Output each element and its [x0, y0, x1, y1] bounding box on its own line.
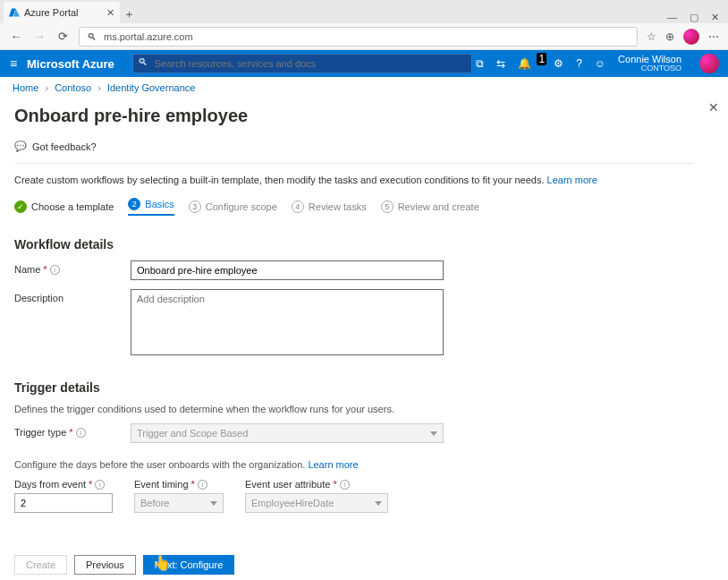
- new-tab-button[interactable]: ＋: [120, 5, 138, 23]
- cloud-shell-icon[interactable]: ⧉: [476, 57, 484, 70]
- page-body: ✕ Onboard pre-hire employee 💬 Got feedba…: [0, 98, 728, 516]
- chevron-down-icon: [430, 431, 437, 436]
- maximize-icon[interactable]: ▢: [690, 12, 698, 23]
- trigger-config-row: Days from event*i Event timing*i Before …: [14, 479, 714, 513]
- name-input[interactable]: [131, 260, 444, 280]
- refresh-icon[interactable]: ⟳: [55, 30, 70, 43]
- description-label: Description: [14, 289, 131, 303]
- more-icon[interactable]: ⋯: [708, 30, 719, 43]
- step-review-create[interactable]: 5Review and create: [381, 200, 479, 213]
- info-icon[interactable]: i: [50, 265, 60, 275]
- help-icon[interactable]: ?: [576, 57, 582, 70]
- top-icon-bar: ⧉ ⇆ 🔔1 ⚙ ? ☺ Connie Wilson CONTOSO: [476, 54, 728, 73]
- minimize-icon[interactable]: —: [667, 12, 677, 23]
- close-tab-icon[interactable]: ✕: [106, 7, 114, 19]
- breadcrumb: Home › Contoso › Identity Governance: [0, 77, 728, 98]
- azure-favicon: [9, 7, 20, 18]
- search-input[interactable]: [132, 54, 472, 73]
- user-avatar-icon[interactable]: [699, 54, 719, 73]
- menu-icon[interactable]: ≡: [0, 56, 27, 71]
- step-review-tasks[interactable]: 4Review tasks: [292, 200, 367, 213]
- wizard-steps: ✓Choose a template 2Basics 3Configure sc…: [14, 198, 714, 216]
- browser-address-bar: ← → ⟳ 🔍︎ ms.portal.azure.com ☆ ⊕ ⋯: [0, 23, 728, 50]
- info-icon[interactable]: i: [198, 480, 207, 490]
- step-basics[interactable]: 2Basics: [128, 198, 174, 216]
- trigger-type-label: Trigger type*i: [14, 423, 131, 438]
- create-button: Create: [14, 555, 67, 575]
- workflow-details-heading: Workflow details: [14, 237, 714, 252]
- close-blade-icon[interactable]: ✕: [708, 100, 719, 115]
- search-icon: 🔍︎: [138, 56, 148, 67]
- browser-tab-strip: Azure Portal ✕ ＋ — ▢ ✕: [0, 0, 728, 23]
- intro-text: Create custom workflows by selecting a b…: [14, 164, 714, 198]
- step-choose-template[interactable]: ✓Choose a template: [14, 200, 114, 213]
- close-window-icon[interactable]: ✕: [711, 12, 719, 23]
- step-configure-scope[interactable]: 3Configure scope: [189, 200, 277, 213]
- trigger-subtext: Defines the trigger conditions used to d…: [14, 404, 714, 414]
- crumb-identity-governance[interactable]: Identity Governance: [107, 82, 195, 93]
- profile-avatar-icon[interactable]: [683, 29, 699, 45]
- event-timing-label: Event timing*i: [134, 479, 224, 490]
- next-button[interactable]: Next: Configure: [143, 555, 234, 575]
- info-icon[interactable]: i: [95, 480, 105, 490]
- info-icon[interactable]: i: [76, 428, 86, 438]
- settings-icon[interactable]: ⚙: [554, 57, 563, 70]
- tab-title: Azure Portal: [24, 7, 79, 18]
- footer-buttons: Create Previous Next: Configure 👆: [14, 555, 234, 575]
- back-icon[interactable]: ←: [9, 30, 23, 43]
- event-user-attr-label: Event user attribute*i: [245, 479, 388, 490]
- url-field[interactable]: 🔍︎ ms.portal.azure.com: [79, 27, 638, 47]
- trigger-details-heading: Trigger details: [14, 380, 714, 395]
- star-icon[interactable]: ☆: [647, 30, 656, 43]
- feedback-icon[interactable]: ☺: [595, 57, 605, 70]
- collections-icon[interactable]: ⊕: [665, 30, 674, 43]
- learn-more-link[interactable]: Learn more: [547, 175, 597, 185]
- chevron-down-icon: [210, 501, 217, 506]
- user-block[interactable]: Connie Wilson CONTOSO: [618, 55, 687, 73]
- azure-top-bar: ≡ Microsoft Azure 🔍︎ ⧉ ⇆ 🔔1 ⚙ ? ☺ Connie…: [0, 50, 728, 77]
- search-icon: 🔍︎: [87, 31, 97, 42]
- chevron-down-icon: [375, 501, 382, 506]
- feedback-icon: 💬: [14, 141, 27, 152]
- crumb-contoso[interactable]: Contoso: [55, 82, 91, 93]
- previous-button[interactable]: Previous: [74, 555, 136, 575]
- page-title: Onboard pre-hire employee: [14, 106, 714, 126]
- brand-label[interactable]: Microsoft Azure: [27, 57, 132, 71]
- url-text: ms.portal.azure.com: [104, 31, 193, 42]
- event-user-attr-select: EmployeeHireDate: [245, 493, 388, 513]
- window-controls: — ▢ ✕: [667, 10, 728, 23]
- days-from-event-input[interactable]: [14, 493, 113, 513]
- forward-icon[interactable]: →: [32, 30, 47, 43]
- browser-tab[interactable]: Azure Portal ✕: [4, 2, 120, 23]
- feedback-link[interactable]: 💬 Got feedback?: [14, 135, 694, 164]
- crumb-home[interactable]: Home: [13, 82, 38, 93]
- learn-more-days-link[interactable]: Learn more: [308, 459, 358, 470]
- notifications-icon[interactable]: 🔔1: [518, 57, 541, 70]
- config-days-text: Configure the days before the user onboa…: [14, 459, 714, 470]
- trigger-type-select: Trigger and Scope Based: [131, 423, 444, 443]
- info-icon[interactable]: i: [340, 480, 350, 490]
- directories-icon[interactable]: ⇆: [496, 57, 505, 70]
- days-from-event-label: Days from event*i: [14, 479, 113, 490]
- event-timing-select: Before: [134, 493, 224, 513]
- name-label: Name*i: [14, 260, 131, 275]
- global-search[interactable]: 🔍︎: [132, 54, 472, 73]
- description-input[interactable]: [131, 289, 444, 355]
